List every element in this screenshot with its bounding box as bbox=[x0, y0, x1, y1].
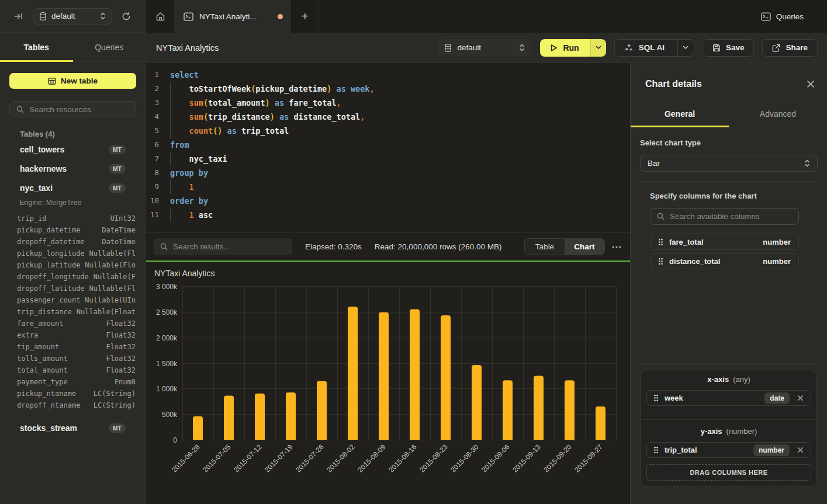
header-database-selector[interactable]: default bbox=[437, 39, 532, 57]
code-line: sum(trip_distance) as distance_total, bbox=[170, 110, 630, 124]
chevron-up-down-icon bbox=[519, 44, 525, 51]
sidebar-tab-tables[interactable]: Tables bbox=[0, 33, 73, 61]
home-button[interactable] bbox=[146, 0, 174, 33]
remove-x-column-icon[interactable] bbox=[795, 394, 805, 402]
database-selector[interactable]: default bbox=[33, 8, 112, 25]
indent-guide bbox=[170, 82, 171, 96]
more-options-icon[interactable] bbox=[612, 246, 621, 248]
sql-ai-label: SQL AI bbox=[639, 43, 665, 52]
sql-console-app: default NYTaxi Analyti... + bbox=[0, 0, 827, 504]
drag-handle-icon[interactable] bbox=[653, 394, 659, 402]
axes-divider bbox=[641, 364, 817, 365]
code-line: group by bbox=[170, 166, 630, 180]
drag-handle-icon[interactable] bbox=[658, 238, 663, 246]
svg-text:2015-07-05: 2015-07-05 bbox=[201, 443, 233, 474]
y-axis-column-name: trip_total bbox=[665, 446, 748, 454]
sql-editor[interactable]: 1234567891011 select toStartOfWeek(picku… bbox=[146, 63, 630, 235]
close-icon[interactable] bbox=[804, 78, 817, 91]
header-controls: default Run bbox=[437, 39, 818, 57]
database-icon bbox=[39, 12, 47, 20]
panel-tab-general[interactable]: General bbox=[631, 100, 729, 127]
svg-text:2015-09-20: 2015-09-20 bbox=[542, 443, 573, 474]
terminal-icon bbox=[184, 12, 193, 21]
results-toolbar: Elapsed: 0.320s Read: 20,000,000 rows (2… bbox=[146, 232, 630, 260]
view-toggle-table[interactable]: Table bbox=[525, 239, 565, 255]
table-row[interactable]: nyc_taxiMT bbox=[20, 178, 136, 197]
collapse-sidebar-icon[interactable] bbox=[14, 12, 23, 21]
editor-gutter: 1234567891011 bbox=[146, 68, 170, 235]
table-row[interactable]: stocks_streamMT bbox=[20, 418, 136, 437]
svg-text:3 000k: 3 000k bbox=[156, 283, 178, 291]
editor-code[interactable]: select toStartOfWeek(pickup_datetime) as… bbox=[170, 68, 630, 235]
chevron-up-down-icon bbox=[100, 12, 106, 20]
axes-box: x-axis (any) week date y-axis (numb bbox=[641, 370, 817, 487]
run-button[interactable]: Run bbox=[540, 39, 590, 57]
available-column[interactable]: fare_totalnumber bbox=[650, 234, 799, 250]
remove-y-column-icon[interactable] bbox=[795, 446, 805, 454]
queries-button-label: Queries bbox=[776, 12, 804, 21]
column-type: Float32 bbox=[68, 364, 136, 376]
table-engine-info: Engine: MergeTree bbox=[19, 197, 136, 207]
bar-chart[interactable]: 0500k1 000k1 500k2 000k2 500k3 000k2015-… bbox=[146, 262, 630, 504]
column-type: Nullable(Float bbox=[72, 306, 136, 318]
query-tab[interactable]: NYTaxi Analyti... bbox=[174, 0, 291, 33]
x-axis-column[interactable]: week date bbox=[646, 390, 811, 406]
table-name: stocks_stream bbox=[20, 423, 109, 433]
code-line: nyc_taxi bbox=[170, 152, 630, 166]
sql-ai-options-button[interactable] bbox=[677, 40, 694, 56]
table-engine-badge: MT bbox=[109, 423, 126, 433]
panel-body: Select chart type Bar Specify columns fo… bbox=[631, 127, 827, 269]
save-button[interactable]: Save bbox=[703, 39, 755, 57]
refresh-icon[interactable] bbox=[122, 12, 131, 21]
svg-text:1 000k: 1 000k bbox=[156, 385, 178, 393]
table-engine-badge: MT bbox=[109, 183, 126, 193]
table-row[interactable]: cell_towersMT bbox=[20, 140, 136, 159]
svg-text:2015-09-27: 2015-09-27 bbox=[573, 443, 604, 474]
column-type: Enum8 bbox=[68, 376, 136, 388]
y-axis-label: y-axis bbox=[701, 427, 722, 436]
unsaved-changes-dot bbox=[278, 14, 283, 19]
new-tab-button[interactable]: + bbox=[291, 0, 319, 33]
code-line: count() as trip_total bbox=[170, 124, 630, 138]
x-axis-heading: x-axis (any) bbox=[646, 375, 811, 384]
column-name: payment_type bbox=[17, 376, 68, 388]
results-search-input[interactable] bbox=[173, 242, 286, 251]
drag-handle-icon[interactable] bbox=[658, 258, 663, 265]
queries-button[interactable]: Queries bbox=[761, 0, 827, 33]
table-column-row: dropoff_latitudeNullable(Fl bbox=[17, 283, 136, 294]
columns-search-input[interactable] bbox=[670, 212, 792, 221]
table-column-row: extraFloat32 bbox=[17, 329, 136, 341]
drag-handle-icon[interactable] bbox=[653, 446, 659, 454]
run-options-button[interactable] bbox=[590, 39, 606, 57]
new-table-button[interactable]: New table bbox=[9, 73, 136, 89]
view-toggle-chart[interactable]: Chart bbox=[565, 239, 604, 255]
share-button[interactable]: Share bbox=[762, 39, 818, 57]
x-axis-hint: (any) bbox=[733, 375, 750, 384]
y-axis-column-type: number bbox=[753, 444, 790, 456]
column-name: dropoff_ntaname bbox=[17, 399, 80, 411]
indent-guide bbox=[170, 110, 171, 124]
column-type: DateTime bbox=[80, 224, 136, 236]
chart-type-select[interactable]: Bar bbox=[640, 155, 818, 172]
read-stat: Read: 20,000,000 rows (260.00 MB) bbox=[375, 242, 502, 251]
sidebar-tab-queries[interactable]: Queries bbox=[73, 33, 146, 61]
line-number: 1 bbox=[146, 68, 159, 82]
column-name: fare_amount bbox=[17, 318, 63, 329]
x-axis-column-type: date bbox=[764, 392, 790, 404]
table-row[interactable]: hackernewsMT bbox=[20, 159, 136, 178]
available-columns-list: fare_totalnumberdistance_totalnumber bbox=[650, 234, 818, 269]
sql-ai-button[interactable]: SQL AI bbox=[615, 40, 672, 56]
tables-list: cell_towersMThackernewsMTnyc_taxiMTEngin… bbox=[0, 138, 146, 504]
column-type: Nullable(UIn bbox=[80, 294, 136, 306]
new-table-label: New table bbox=[61, 77, 98, 85]
column-name: dropoff_longitude bbox=[17, 271, 89, 283]
drop-zone[interactable]: DRAG COLUMNS HERE bbox=[646, 464, 811, 481]
chart-title: NYTaxi Analytics bbox=[154, 269, 214, 278]
y-axis-column[interactable]: trip_total number bbox=[646, 442, 811, 458]
panel-tab-advanced[interactable]: Advanced bbox=[729, 100, 827, 127]
available-column[interactable]: distance_totalnumber bbox=[650, 253, 799, 269]
svg-text:1 500k: 1 500k bbox=[156, 360, 178, 368]
sidebar-search-input[interactable] bbox=[29, 105, 129, 114]
axes-section: x-axis (any) week date y-axis (numb bbox=[641, 364, 817, 487]
column-type: DateTime bbox=[85, 236, 136, 248]
